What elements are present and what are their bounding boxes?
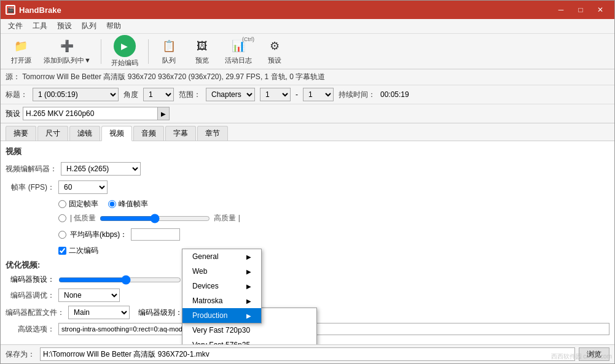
title-select[interactable]: 1 (00:05:19) (33, 88, 119, 101)
second-pass-checkbox[interactable] (58, 247, 66, 255)
save-path-input[interactable] (40, 347, 575, 361)
menu-presets[interactable]: 预设 (52, 20, 77, 33)
fps-row: 帧率 (FPS)： 60 (6, 180, 609, 194)
tab-video[interactable]: 视频 (101, 126, 132, 141)
title-label: 标题： (6, 90, 28, 100)
fps-radio-group: 固定帧率 峰值帧率 (58, 199, 609, 209)
range-type-select[interactable]: Chapters (206, 88, 255, 101)
low-quality-label: | 低质量 (70, 213, 96, 223)
quality-slider[interactable] (100, 214, 210, 223)
tab-audio[interactable]: 音频 (133, 126, 164, 141)
menu-help[interactable]: 帮助 (101, 20, 126, 33)
codec-label: 视频编解码器： (6, 164, 57, 174)
web-arrow-icon: ▶ (246, 268, 251, 275)
second-pass-row: 二次编码 (58, 246, 609, 256)
preset-dropdown-menu: General ▶ Web ▶ Devices ▶ Matroska ▶ Pro… (182, 249, 262, 323)
source-value: Tomorrow Will Be Better 高清版 936x720 (22, 72, 155, 81)
source-bar: 源： Tomorrow Will Be Better 高清版 936x720 9… (1, 69, 614, 85)
menu-file[interactable]: 文件 (3, 20, 28, 33)
quality-row: | 低质量 高质量 | (58, 213, 609, 223)
avg-bitrate-radio[interactable] (58, 231, 66, 239)
angle-select[interactable]: 1 (143, 88, 174, 101)
matroska-arrow-icon: ▶ (246, 298, 251, 304)
start-encode-button[interactable]: ▶ 开始编码 (106, 33, 143, 70)
preview-icon: 🖼 (194, 37, 211, 55)
encoder-tune-label: 编码器调优： (6, 290, 55, 301)
maximize-button[interactable]: □ (571, 1, 590, 19)
preset-label: 预设 (6, 109, 20, 119)
duration-value: 00:05:19 (380, 90, 409, 99)
menu-item-general[interactable]: General ▶ (182, 249, 261, 264)
queue-button[interactable]: 📋 队列 (154, 35, 184, 68)
codec-select[interactable]: H.265 (x265) (61, 162, 141, 176)
watermark: 西西软件园 crn23.com (551, 352, 612, 361)
encoder-preset-slider[interactable] (58, 275, 181, 285)
queue-label: 队列 (162, 56, 176, 65)
bottom-bar: 保存为： 浏览 (1, 344, 614, 363)
codec-row: 视频编解码器： H.265 (x265) (6, 162, 609, 176)
open-source-label: 打开源 (11, 56, 31, 65)
adv-label: 高级选项： (6, 324, 55, 335)
start-encode-icon: ▶ (114, 35, 136, 57)
fps-fixed-radio[interactable]: 固定帧率 (58, 199, 98, 209)
duration-label: 持续时间： (339, 90, 375, 100)
menu-queue[interactable]: 队列 (77, 20, 101, 33)
tab-size[interactable]: 尺寸 (37, 126, 68, 141)
tab-summary[interactable]: 摘要 (6, 126, 36, 141)
fps-label: 帧率 (FPS)： (6, 182, 55, 193)
avg-bitrate-row: 平均码率(kbps)： (58, 228, 609, 241)
open-source-icon: 📁 (12, 37, 29, 55)
menu-item-devices[interactable]: Devices ▶ (182, 279, 261, 293)
menu-tools[interactable]: 工具 (28, 20, 52, 33)
range-to-select[interactable]: 1 (303, 88, 334, 101)
fps-select[interactable]: 60 (58, 180, 108, 194)
encoder-tune-select[interactable]: None (58, 288, 120, 302)
presets-icon: ⚙ (266, 37, 283, 55)
activity-log-label: 活动日志 (225, 56, 252, 65)
close-button[interactable]: ✕ (591, 1, 609, 19)
submenu-item-vf-720[interactable]: Very Fast 720p30 (182, 323, 316, 338)
menu-item-matroska[interactable]: Matroska ▶ (182, 293, 261, 308)
range-separator: - (296, 90, 298, 99)
save-as-label: 保存为： (6, 349, 36, 360)
open-source-button[interactable]: 📁 打开源 (6, 35, 36, 68)
minimize-button[interactable]: ─ (552, 1, 570, 19)
source-label: 源： (6, 72, 20, 81)
optimize-title: 优化视频: (6, 260, 609, 271)
activity-log-button[interactable]: 📊 (Ctrl) 活动日志 (220, 35, 257, 68)
menu-item-web[interactable]: Web ▶ (182, 264, 261, 279)
tab-filter[interactable]: 滤镜 (69, 126, 100, 141)
range-from-select[interactable]: 1 (260, 88, 291, 101)
source-info: 936x720 (936x720), 29.97 FPS, 1 音轨, 0 字幕… (158, 72, 325, 81)
add-to-queue-button[interactable]: ➕ 添加到队列中▼ (39, 35, 96, 68)
encoder-profile-label: 编码器配置文件： (6, 308, 65, 318)
title-bar-left: 🎬 HandBrake (6, 5, 61, 15)
preview-button[interactable]: 🖼 预览 (187, 35, 217, 68)
production-arrow-icon: ▶ (246, 312, 251, 319)
fps-peak-radio[interactable]: 峰值帧率 (108, 199, 148, 209)
ctrl-label: (Ctrl) (242, 36, 254, 42)
menu-item-production[interactable]: Production ▶ (182, 308, 261, 323)
quality-radio[interactable] (58, 214, 66, 222)
presets-button[interactable]: ⚙ 预设 (259, 35, 290, 68)
encoder-preset-row: 编码器预设： Slow (6, 274, 609, 285)
submenu-item-vf-576[interactable]: Very Fast 576p25 (182, 338, 316, 344)
presets-label: 预设 (268, 56, 281, 65)
menu-bar: 文件 工具 预设 队列 帮助 (1, 19, 614, 34)
title-row: 标题： 1 (00:05:19) 角度 1 范围： Chapters 1 - 1… (1, 85, 614, 104)
encoder-preset-label: 编码器预设： (6, 274, 55, 285)
app-icon: 🎬 (6, 5, 15, 15)
toolbar-separator-2 (148, 39, 149, 64)
avg-bitrate-input[interactable] (131, 228, 180, 241)
tab-chapter[interactable]: 章节 (197, 126, 228, 141)
preset-arrow-button[interactable]: ▶ (157, 107, 170, 120)
title-bar-controls: ─ □ ✕ (552, 1, 609, 19)
tab-subtitle[interactable]: 字幕 (165, 126, 196, 141)
fps-fixed-input[interactable] (58, 200, 66, 208)
encoder-profile-select[interactable]: Main (68, 306, 130, 319)
second-pass-label: 二次编码 (69, 246, 98, 256)
preset-input[interactable] (23, 107, 158, 120)
range-label: 范围： (179, 90, 201, 100)
adv-input[interactable] (58, 323, 609, 335)
fps-peak-input[interactable] (108, 200, 116, 208)
